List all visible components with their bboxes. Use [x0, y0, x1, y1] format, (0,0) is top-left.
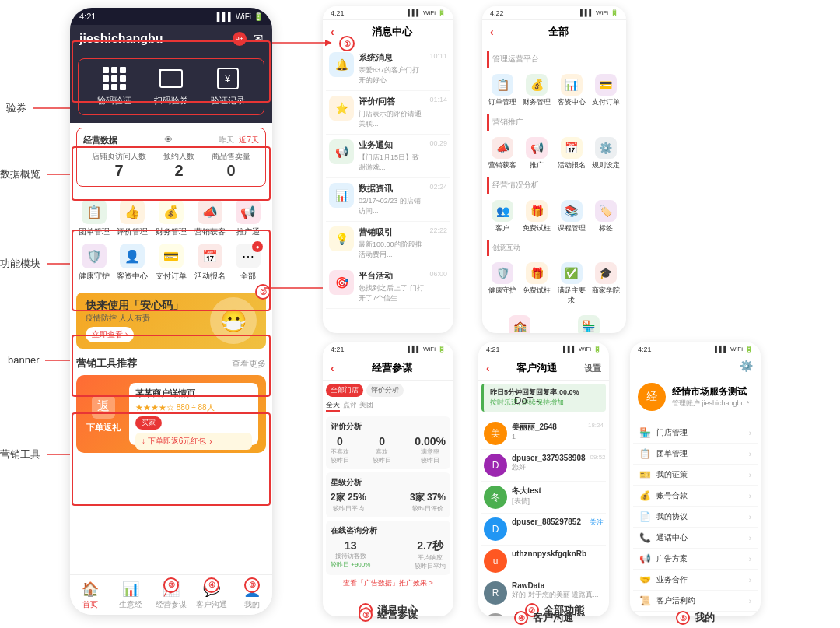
nav-home[interactable]: 🏠 首页	[70, 581, 110, 610]
my-menu-ad[interactable]: 📢 广告方案 ›	[633, 549, 758, 570]
nav-analysis[interactable]: 📈 经营参谋 ③	[151, 581, 191, 610]
func-item-quanbu[interactable]: ⋯ ● 全部	[230, 240, 266, 285]
msg-item-notice[interactable]: 📢 业务通知 【门店1月15日】致谢游戏... 00:29	[326, 135, 450, 178]
af-item-event[interactable]: 📅 活动报名	[556, 134, 587, 174]
chat-avatar-0: 美	[484, 422, 507, 445]
circle-3: ③	[163, 577, 179, 593]
chat-item-1[interactable]: D dpuser_3379358908 您好 09:52	[481, 450, 606, 482]
af-item-get-customer[interactable]: 📣 营销获客	[487, 134, 518, 174]
chat-item-3[interactable]: D dpuser_885297852 关注	[481, 514, 606, 546]
kezi-icon: 👤	[120, 244, 145, 268]
af-item-satisfy[interactable]: ✅ 满足主要求	[556, 259, 587, 309]
zhifu-icon: 💳	[159, 244, 184, 268]
my-header: 经 经情市场服务测试 管理账户 jieshichangbu *	[630, 375, 761, 419]
af-item-free[interactable]: 🎁 免费试柱	[521, 197, 552, 237]
circle-4: ④	[204, 577, 219, 593]
my-menu-biz[interactable]: 🤝 业务合作 ›	[633, 570, 758, 591]
my-menu-account[interactable]: 💰 账号合款 ›	[633, 486, 758, 507]
return-icon: 返	[92, 395, 115, 419]
af-item-client[interactable]: 📊 客资中心	[556, 71, 587, 111]
message-icon[interactable]: ✉	[253, 31, 263, 46]
sp5-back[interactable]: ‹	[486, 362, 490, 374]
af-item-tag[interactable]: 🏷️ 标签	[590, 197, 621, 237]
af-school-icon: 🏫	[509, 315, 530, 333]
tuandan-icon: 📋	[82, 199, 107, 224]
func-item-yingxiao[interactable]: 📣 营销获客	[192, 196, 228, 240]
yanquan-label: 验券	[6, 101, 79, 115]
my-menu-agreement[interactable]: 📄 我的协议 ›	[633, 507, 758, 528]
promo-section: ↓ 下单即返6元红包 ›	[135, 433, 252, 450]
af-item-order[interactable]: 📋 订单管理	[487, 71, 518, 111]
banner-button[interactable]: 立即查看 ›	[86, 327, 134, 342]
msg-item-data[interactable]: 📊 数据资讯 02/17~02/23 的店铺访问... 02:24	[326, 178, 450, 222]
analysis-bottom-link[interactable]: 查看「广告数据」推广效果 >	[326, 578, 450, 588]
chat-item-0[interactable]: 美 美丽丽_2648 1 18:24	[481, 418, 606, 450]
af-tag-icon: 🏷️	[595, 200, 617, 222]
analysis-tab-review[interactable]: 评价分析	[366, 384, 404, 397]
func-item-jiankang[interactable]: 🛡️ 健康守护	[76, 240, 112, 285]
af-course-icon: 📚	[561, 200, 583, 222]
my-menu-tuandan[interactable]: 📋 团单管理 ›	[633, 444, 758, 465]
af-item-store[interactable]: 🏪 店铺运营	[556, 312, 622, 333]
my-menu-certificate[interactable]: 🎫 我的证策 ›	[633, 465, 758, 486]
sp5-header: ‹ 客户沟通 设置	[478, 356, 609, 381]
my-menu-call[interactable]: 📞 通话中心 ›	[633, 528, 758, 549]
phone6-label: ⑤ 我的	[630, 611, 761, 625]
customer-setting[interactable]: 设置	[584, 363, 601, 374]
af-item-school[interactable]: 🏫 经营学院	[487, 312, 553, 333]
nav-my[interactable]: 👤 我的 ⑤	[232, 581, 272, 610]
analysis-block-stars: 星级分析 2家 25% 较昨日平均 3家 37% 较昨日评价	[326, 472, 450, 517]
msg-item-review[interactable]: ⭐ 评价/问答 门店表示的评价请通关联... 01:14	[326, 91, 450, 135]
marketing-more-link[interactable]: 查看更多	[232, 358, 266, 370]
af-item-finance[interactable]: 💰 财务管理	[521, 71, 552, 111]
af-item-academy[interactable]: 🎓 商家学院	[590, 259, 621, 309]
af-item-health[interactable]: 🛡️ 健康守护	[487, 259, 518, 309]
nav-business[interactable]: 📊 生意经	[110, 581, 151, 610]
af-event-icon: 📅	[561, 137, 583, 159]
af-item-rules[interactable]: ⚙️ 规则设定	[590, 134, 621, 174]
my-menu-list: 🏪 门店管理 › 📋 团单管理 › 🎫 我的证策 › 💰 账号合款 › 📄	[630, 419, 761, 616]
func-item-kezi[interactable]: 👤 客资中心	[115, 240, 151, 285]
buyer-btn[interactable]: 买家	[135, 416, 162, 430]
func-item-pingjia[interactable]: 👍 评价管理	[115, 196, 151, 240]
func-item-tuiguang[interactable]: 📢 推广通	[230, 196, 266, 240]
func-item-huodong[interactable]: 📅 活动报名	[192, 240, 228, 285]
msg-item-platform[interactable]: 🎯 平台活动 您找到之后上了 门打开了7个信生... 06:00	[326, 265, 450, 309]
chat-item-4[interactable]: u uthznnpyskfgqknRb	[481, 546, 606, 577]
af-item-customers[interactable]: 👥 客户	[487, 197, 518, 237]
sp3-back[interactable]: ‹	[490, 26, 494, 38]
af-item-pay[interactable]: 💳 支付订单	[590, 71, 621, 111]
sp4-back[interactable]: ‹	[331, 362, 334, 374]
customer-banner: 昨日5分钟回复回复率:00.0% 按时乐观, 继续保持增加	[481, 384, 606, 412]
caiwu-icon: 💰	[159, 199, 184, 224]
notification-badge[interactable]: 9+	[233, 32, 247, 46]
msg-item-system[interactable]: 🔔 系统消息 亲爱637的客户们打开的好心... 10:11	[326, 47, 450, 91]
voucher-item-record[interactable]: ¥ 验证记录	[211, 67, 245, 107]
func-item-zhifu[interactable]: 💳 支付订单	[153, 240, 189, 285]
mc-right: 某某商户详情页 ★★★★☆ 880 ÷ 88人 买家 ↓ 下单即返6元红包 ›	[129, 383, 258, 445]
analysis-tab-all[interactable]: 全部门店	[326, 384, 363, 397]
my-menu-contract[interactable]: 📜 客户活利约 ›	[633, 591, 758, 612]
af-item-free2[interactable]: 🎁 免费试柱	[521, 259, 552, 309]
my-menu-store[interactable]: 🏪 门店管理 ›	[633, 423, 758, 444]
marketing-card[interactable]: 返 下单返礼 某某商户详情页 ★★★★☆ 880 ÷ 88人 买家 ↓ 下单即返…	[76, 375, 266, 453]
jiankang-icon: 🛡️	[82, 244, 107, 268]
chat-list: 美 美丽丽_2648 1 18:24 D dpuser_3379358908 您…	[478, 415, 609, 616]
msg-item-promo[interactable]: 💡 营销吸引 最新100.00的阶段推活动费用... 22:22	[326, 222, 450, 265]
func-item-caiwu[interactable]: 💰 财务管理	[153, 196, 189, 240]
data-tabs: 昨天 近7天	[219, 135, 259, 146]
sp2-back[interactable]: ‹	[331, 26, 334, 38]
voucher-item-code[interactable]: 输码验证	[97, 67, 131, 107]
banner-section[interactable]: 快来使用「安心码」 疫情防控 人人有责 立即查看 › 😷	[76, 293, 266, 349]
af-order-icon: 📋	[492, 74, 513, 96]
my-settings-btn[interactable]: ⚙️	[630, 356, 761, 375]
af-item-course[interactable]: 📚 课程管理	[556, 197, 587, 237]
chat-item-2[interactable]: 冬 冬大test [表情]	[481, 482, 606, 514]
voucher-item-scan[interactable]: 扫码验券	[154, 67, 188, 107]
chat-avatar-4: u	[484, 549, 507, 573]
analysis-sub-tabs: 全天 点评·美团·	[326, 400, 450, 412]
af-item-promote[interactable]: 📢 推广	[521, 134, 552, 174]
nav-customer[interactable]: 💬 客户沟通 ④	[191, 581, 232, 610]
sp2-status: 4:21 ▌▌▌WiFi🔋	[323, 6, 453, 20]
func-item-tuandan[interactable]: 📋 团单管理	[76, 196, 112, 240]
